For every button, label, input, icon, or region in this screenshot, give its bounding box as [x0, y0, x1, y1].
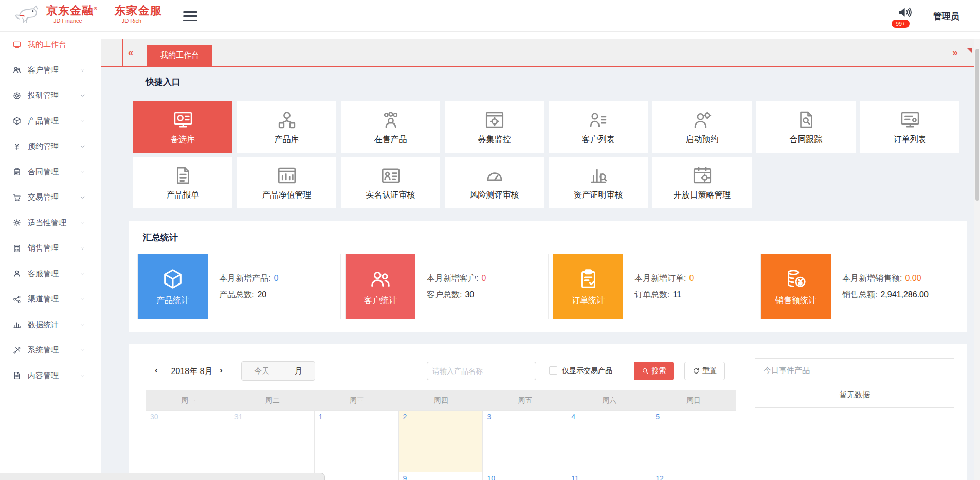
calendar-cell-today[interactable]: 2 — [399, 410, 483, 472]
sales-coins-icon — [784, 267, 808, 291]
tile-real-name-audit[interactable]: 实名认证审核 — [341, 157, 440, 208]
summary-title: 汇总统计 — [143, 232, 178, 243]
weekday-label: 周一 — [146, 390, 230, 410]
stat-value: 0 — [274, 274, 278, 282]
chevron-down-icon — [80, 67, 85, 73]
tile-customer-list[interactable]: 客户列表 — [549, 101, 648, 153]
tile-label: 募集监控 — [478, 134, 511, 145]
brand-secondary-subtitle: JD Rich — [115, 18, 162, 24]
sidebar-item-channel-mgmt[interactable]: 渠道管理 — [0, 287, 101, 312]
sidebar-item-label: 我的工作台 — [28, 40, 66, 49]
sidebar-item-customer-mgmt[interactable]: 客户管理 — [0, 58, 101, 83]
brand-secondary-name: 东家金服 — [115, 5, 162, 16]
tile-alternative-library[interactable]: 备选库 — [133, 101, 232, 153]
chevron-down-icon — [80, 93, 85, 98]
scrollbar-thumb[interactable] — [975, 49, 979, 201]
sidebar-item-contract-mgmt[interactable]: 合同管理 — [0, 159, 101, 185]
card-product-stats[interactable]: 产品统计 本月新增产品:0 产品总数:20 — [137, 254, 341, 319]
tile-label: 开放日策略管理 — [674, 190, 731, 201]
brand-primary-block: 京东金融® JD Finance — [46, 5, 98, 24]
tabs-scroll-right-icon[interactable]: » — [952, 47, 958, 57]
calendar-cell[interactable]: 10 — [483, 472, 567, 480]
contract-clipboard-icon — [12, 167, 22, 176]
sidebar-item-content-mgmt[interactable]: 内容管理 — [0, 363, 101, 389]
trade-products-only-label[interactable]: 仅显示交易产品 — [562, 366, 612, 376]
calendar-cell[interactable]: 5 — [651, 410, 736, 472]
tabs-scroll-left-icon[interactable]: « — [128, 47, 134, 57]
today-events-empty-text: 暂无数据 — [755, 382, 954, 407]
tile-open-day-strategy-mgmt[interactable]: 开放日策略管理 — [652, 157, 752, 208]
sidebar-item-product-mgmt[interactable]: 产品管理 — [0, 109, 101, 134]
sidebar-item-system-mgmt[interactable]: 系统管理 — [0, 337, 101, 363]
current-user-name[interactable]: 管理员 — [933, 10, 959, 22]
calendar-cell[interactable]: 30 — [146, 410, 230, 472]
sidebar-item-label: 客服管理 — [28, 269, 59, 279]
today-button[interactable]: 今天 — [242, 362, 282, 380]
tile-fundraising-monitor[interactable]: 募集监控 — [445, 101, 544, 153]
channel-share-icon — [12, 295, 22, 304]
search-button[interactable]: 搜索 — [634, 362, 674, 380]
tab-overflow-corner-icon[interactable] — [967, 48, 972, 54]
calendar-cell[interactable]: 3 — [483, 410, 567, 472]
sidebar-toggle-hamburger-icon[interactable] — [183, 11, 197, 24]
card-body: 本月新增产品:0 产品总数:20 — [208, 254, 278, 319]
calendar-cell[interactable]: 31 — [230, 410, 315, 472]
product-name-search-input[interactable] — [427, 362, 536, 380]
tile-asset-proof-audit[interactable]: 资产证明审核 — [549, 157, 648, 208]
suitability-gear-icon — [12, 218, 22, 227]
reset-button[interactable]: 重置 — [684, 362, 725, 380]
sidebar-item-reservation-mgmt[interactable]: 预约管理 — [0, 134, 101, 159]
vertical-scrollbar[interactable] — [974, 39, 980, 480]
calendar-cell[interactable]: 4 — [567, 410, 651, 472]
month-view-button[interactable]: 月 — [282, 362, 315, 380]
tile-on-sale-products[interactable]: 在售产品 — [341, 101, 440, 153]
tab-bar-accent-line — [122, 39, 123, 66]
tile-contract-tracking[interactable]: 合同跟踪 — [756, 101, 856, 153]
person-gear-icon — [692, 109, 713, 131]
sidebar-item-trade-mgmt[interactable]: 交易管理 — [0, 185, 101, 210]
quick-entry-row-2: 产品报单 产品净值管理 实名认证审核 风险测评审核 资产证明审核 — [133, 157, 960, 208]
browser-gear-icon — [484, 109, 505, 131]
brand-logo[interactable]: 京东金融® JD Finance 东家金服 JD Rich — [13, 3, 162, 26]
calendar-prev-month-icon[interactable]: ‹ — [155, 365, 158, 376]
card-title: 订单统计 — [572, 295, 605, 306]
quick-entry-title: 快捷入口 — [146, 76, 180, 88]
announcement-speaker-icon[interactable] — [895, 5, 914, 20]
calendar-cell[interactable]: 1 — [315, 410, 399, 472]
sidebar-item-research-mgmt[interactable]: 投研管理 — [0, 83, 101, 109]
tile-order-list[interactable]: 订单列表 — [860, 101, 959, 153]
chevron-down-icon — [80, 169, 85, 175]
stat-line: 本月新增销售额:0.00 — [842, 273, 929, 284]
weekday-label: 周三 — [315, 390, 399, 410]
card-sales-stats[interactable]: 销售额统计 本月新增销售额:0.00 销售总额:2,941,286.00 — [760, 254, 964, 319]
tile-label: 实名认证审核 — [366, 190, 415, 201]
sidebar-item-sales-mgmt[interactable]: 销售管理 — [0, 236, 101, 261]
trade-products-only-checkbox[interactable] — [549, 366, 557, 375]
notification-count-badge[interactable]: 99+ — [892, 20, 910, 28]
calendar-gear-icon — [692, 165, 713, 186]
tab-my-workbench[interactable]: 我的工作台 — [147, 45, 212, 66]
weekday-label: 周二 — [230, 390, 315, 410]
system-tools-icon — [12, 346, 22, 355]
calendar-cell[interactable]: 9 — [399, 472, 483, 480]
card-customer-stats[interactable]: 客户统计 本月新增客户:0 客户总数:30 — [345, 254, 549, 319]
card-order-stats[interactable]: 订单统计 本月新增订单:0 订单总数:11 — [553, 254, 756, 319]
calendar-cell[interactable]: 8 — [315, 472, 399, 480]
sidebar-item-suitability-mgmt[interactable]: 适当性管理 — [0, 210, 101, 236]
tile-product-report[interactable]: 产品报单 — [133, 157, 232, 208]
tile-label: 备选库 — [171, 134, 195, 145]
search-icon — [642, 367, 649, 375]
tile-product-library[interactable]: 产品库 — [237, 101, 336, 153]
calendar-cell[interactable]: 12 — [651, 472, 736, 480]
tile-product-nav-mgmt[interactable]: 产品净值管理 — [237, 157, 336, 208]
calendar-week-row: 30 31 1 2 3 4 5 — [146, 410, 736, 472]
tile-risk-assessment-audit[interactable]: 风险测评审核 — [445, 157, 544, 208]
calendar-cell[interactable]: 11 — [567, 472, 651, 480]
calendar-next-month-icon[interactable]: › — [220, 365, 223, 376]
sidebar-item-customer-service-mgmt[interactable]: 客服管理 — [0, 261, 101, 287]
tile-label: 资产证明审核 — [574, 190, 623, 201]
registered-mark: ® — [94, 6, 98, 11]
sidebar-item-my-workbench[interactable]: 我的工作台 — [0, 32, 101, 58]
tile-start-reservation[interactable]: 启动预约 — [652, 101, 752, 153]
sidebar-item-data-statistics[interactable]: 数据统计 — [0, 312, 101, 338]
